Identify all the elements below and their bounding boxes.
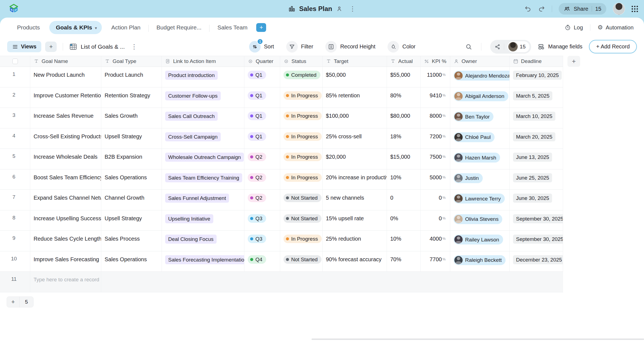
- cell-link-to-action-item[interactable]: Sales Team Efficiency Training: [162, 169, 244, 190]
- cell-goal-type[interactable]: Sales Growth: [101, 108, 162, 128]
- cell-quarter[interactable]: Q1: [244, 128, 280, 149]
- cell-actual[interactable]: 10%: [387, 169, 421, 190]
- cell-owner[interactable]: Abigail Anderson: [450, 87, 510, 108]
- column-header[interactable]: Goal Type: [101, 56, 162, 67]
- cell-goal-name[interactable]: Increase Upselling Success: [30, 210, 101, 231]
- cell-goal-type[interactable]: B2B Expansion: [101, 149, 162, 169]
- cell-target[interactable]: 20% increase in productivity: [323, 169, 387, 190]
- column-header[interactable]: Deadline: [510, 56, 563, 67]
- cell-status[interactable]: Not Started: [280, 190, 323, 210]
- horizontal-scrollbar[interactable]: [312, 339, 644, 340]
- cell-status[interactable]: Completed: [280, 67, 323, 87]
- title-more-menu-icon[interactable]: ⋮: [349, 5, 356, 13]
- cell-deadline[interactable]: March 5, 2025: [510, 87, 563, 108]
- cell-target[interactable]: $20,000: [323, 149, 387, 169]
- new-record-row[interactable]: 11 Type here to create a record: [0, 272, 563, 292]
- cell-kpi[interactable]: 7700%: [421, 251, 450, 272]
- cell-deadline[interactable]: March 20, 2025: [510, 128, 563, 149]
- cell-target[interactable]: 15% upsell rate: [323, 210, 387, 231]
- cell-actual[interactable]: $15,000: [387, 149, 421, 169]
- cell-goal-type[interactable]: Sales Operations: [101, 169, 162, 190]
- cell-status[interactable]: Not Started: [280, 251, 323, 272]
- cell-link-to-action-item[interactable]: Deal Closing Focus: [162, 231, 244, 251]
- cell-kpi[interactable]: 8000%: [421, 108, 450, 128]
- cell-target[interactable]: 85% retention: [323, 87, 387, 108]
- apps-grid-icon[interactable]: [632, 6, 638, 12]
- table-row[interactable]: 4 Cross-Sell Existing Products Upsell St…: [0, 128, 563, 149]
- cell-goal-name[interactable]: New Product Launch: [30, 67, 101, 87]
- share-button[interactable]: Share 15: [559, 3, 606, 15]
- cell-kpi[interactable]: 5000%: [421, 169, 450, 190]
- color-button[interactable]: Color: [388, 41, 416, 53]
- table-row[interactable]: 6 Boost Sales Team Efficiency Sales Oper…: [0, 169, 563, 190]
- cell-deadline[interactable]: March 10, 2025: [510, 108, 563, 128]
- tab[interactable]: Action Plan▾: [105, 21, 147, 34]
- tab[interactable]: Sales Team▾: [211, 21, 254, 34]
- sort-button[interactable]: 1 Sort: [249, 41, 274, 53]
- cell-goal-type[interactable]: Product Launch: [101, 67, 162, 87]
- column-header[interactable]: Goal Name: [30, 56, 101, 67]
- cell-link-to-action-item[interactable]: Customer Follow-ups: [162, 87, 244, 108]
- column-header[interactable]: Owner: [450, 56, 510, 67]
- cell-goal-name[interactable]: Increase Sales Revenue: [30, 108, 101, 128]
- cell-link-to-action-item[interactable]: Sales Call Outreach: [162, 108, 244, 128]
- cell-quarter[interactable]: Q1: [244, 67, 280, 87]
- cell-quarter[interactable]: Q2: [244, 169, 280, 190]
- cell-goal-name[interactable]: Boost Sales Team Efficiency: [30, 169, 101, 190]
- add-records-footer[interactable]: + 5: [7, 296, 34, 307]
- select-all-checkbox[interactable]: [12, 59, 18, 64]
- cell-kpi[interactable]: 0%: [421, 190, 450, 210]
- cell-goal-name[interactable]: Cross-Sell Existing Products: [30, 128, 101, 149]
- filter-button[interactable]: Filter: [286, 41, 313, 53]
- cell-actual[interactable]: 10%: [387, 231, 421, 251]
- cell-status[interactable]: In Progress: [280, 108, 323, 128]
- cell-target[interactable]: 90% forecast accuracy: [323, 251, 387, 272]
- log-button[interactable]: Log: [564, 24, 583, 31]
- table-row[interactable]: 7 Expand Sales Channel Network Channel G…: [0, 190, 563, 210]
- cell-owner[interactable]: Alejandro Mendoza: [450, 67, 510, 87]
- table-row[interactable]: 2 Improve Customer Retention Retention S…: [0, 87, 563, 108]
- add-field-button[interactable]: +: [567, 56, 580, 67]
- collaborators[interactable]: 15: [490, 40, 531, 54]
- cell-link-to-action-item[interactable]: Wholesale Outreach Campaign: [162, 149, 244, 169]
- cell-goal-type[interactable]: Upsell Strategy: [101, 128, 162, 149]
- cell-status[interactable]: In Progress: [280, 128, 323, 149]
- cell-goal-type[interactable]: Sales Operations: [101, 251, 162, 272]
- table-row[interactable]: 9 Reduce Sales Cycle Length Sales Proces…: [0, 231, 563, 251]
- cell-owner[interactable]: Chloé Paul: [450, 128, 510, 149]
- manage-fields-button[interactable]: Manage fields: [538, 43, 583, 50]
- column-header[interactable]: Target: [323, 56, 387, 67]
- cell-target[interactable]: 25% reduction: [323, 231, 387, 251]
- cell-quarter[interactable]: Q1: [244, 108, 280, 128]
- column-header[interactable]: Status: [280, 56, 323, 67]
- cell-actual[interactable]: 0%: [387, 210, 421, 231]
- cell-target[interactable]: $100,000: [323, 108, 387, 128]
- cell-actual[interactable]: 0: [387, 190, 421, 210]
- cell-owner[interactable]: Hazen Marsh: [450, 149, 510, 169]
- cell-deadline[interactable]: September 30, 2025: [510, 231, 563, 251]
- cell-deadline[interactable]: June 25, 2025: [510, 169, 563, 190]
- new-record-input[interactable]: Type here to create a record: [30, 272, 101, 292]
- record-height-button[interactable]: Record Height: [325, 41, 375, 53]
- tab[interactable]: Budget Require...▾: [150, 21, 208, 34]
- search-icon[interactable]: [465, 43, 472, 50]
- cell-kpi[interactable]: 4000%: [421, 231, 450, 251]
- table-row[interactable]: 10 Improve Sales Forecasting Sales Opera…: [0, 251, 563, 272]
- cell-goal-type[interactable]: Retention Strategy: [101, 87, 162, 108]
- column-header[interactable]: Link to Action Item: [162, 56, 244, 67]
- tab[interactable]: Goals & KPIs▾: [49, 21, 102, 34]
- cell-owner[interactable]: Olivia Stevens: [450, 210, 510, 231]
- cell-kpi[interactable]: 9410%: [421, 87, 450, 108]
- app-logo-icon[interactable]: [8, 3, 19, 14]
- cell-owner[interactable]: Railey Lawson: [450, 231, 510, 251]
- cell-status[interactable]: In Progress: [280, 231, 323, 251]
- current-view[interactable]: List of Goals & ... ⋮: [69, 43, 137, 51]
- undo-icon[interactable]: [524, 5, 531, 12]
- cell-link-to-action-item[interactable]: Upselling Initiative: [162, 210, 244, 231]
- view-more-menu-icon[interactable]: ⋮: [131, 43, 137, 51]
- cell-quarter[interactable]: Q3: [244, 210, 280, 231]
- cell-target[interactable]: 5 new channels: [323, 190, 387, 210]
- column-header[interactable]: Quarter: [244, 56, 280, 67]
- cell-actual[interactable]: $80,000: [387, 108, 421, 128]
- cell-owner[interactable]: Lawrence Terry: [450, 190, 510, 210]
